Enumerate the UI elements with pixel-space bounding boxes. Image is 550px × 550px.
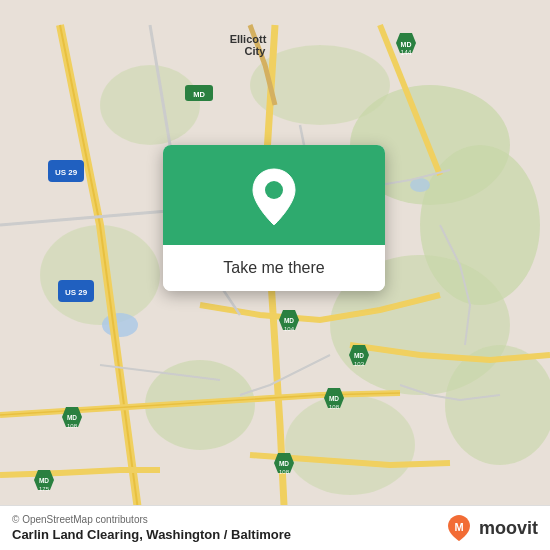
svg-text:MD: MD [279, 460, 289, 467]
svg-text:US 29: US 29 [65, 288, 88, 297]
svg-text:MD: MD [284, 317, 294, 324]
location-pin-icon [249, 167, 299, 227]
svg-text:144: 144 [401, 49, 412, 56]
bottom-left: © OpenStreetMap contributors Carlin Land… [12, 514, 291, 542]
svg-text:MD: MD [354, 352, 364, 359]
svg-text:175: 175 [39, 486, 50, 492]
moovit-text: moovit [479, 518, 538, 539]
svg-text:M: M [454, 521, 463, 533]
take-me-there-button[interactable]: Take me there [163, 245, 385, 291]
svg-text:Ellicott: Ellicott [230, 33, 267, 45]
svg-point-42 [265, 181, 283, 199]
moovit-logo: M moovit [445, 514, 538, 542]
svg-text:108: 108 [67, 423, 78, 429]
osm-credit: © OpenStreetMap contributors [12, 514, 291, 525]
moovit-brand-icon: M [445, 514, 473, 542]
map-container: US 29 US 29 MD 144 MD MD 104 MD 108 MD 1… [0, 0, 550, 550]
popup-card: Take me there [163, 145, 385, 291]
svg-point-8 [285, 395, 415, 495]
svg-text:City: City [245, 45, 267, 57]
svg-text:MD: MD [67, 414, 77, 421]
svg-text:108: 108 [279, 469, 290, 475]
bottom-bar: © OpenStreetMap contributors Carlin Land… [0, 505, 550, 550]
svg-text:MD: MD [39, 477, 49, 484]
svg-point-5 [100, 65, 200, 145]
svg-point-10 [102, 313, 138, 337]
svg-text:MD: MD [329, 395, 339, 402]
popup-green-area [163, 145, 385, 245]
svg-text:108: 108 [329, 404, 340, 410]
svg-text:104: 104 [284, 326, 295, 332]
svg-point-9 [445, 345, 550, 465]
location-name: Carlin Land Clearing, Washington / Balti… [12, 527, 291, 542]
svg-text:US 29: US 29 [55, 168, 78, 177]
svg-text:103: 103 [354, 361, 365, 367]
svg-text:MD: MD [193, 90, 205, 99]
svg-text:MD: MD [401, 41, 412, 48]
